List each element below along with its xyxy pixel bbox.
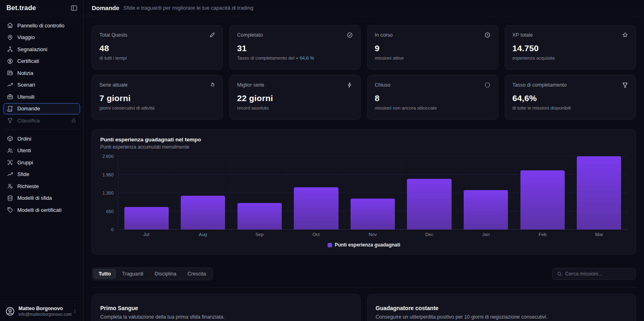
bar-slot-oct [288, 156, 345, 230]
sidebar-item-label: Sfide [17, 171, 29, 177]
tab-crescita[interactable]: Crescita [182, 269, 211, 279]
search-input[interactable] [565, 271, 632, 277]
y-tick-label: 650 [106, 209, 114, 214]
sidebar-item-certificati[interactable]: Certificati [3, 56, 80, 67]
x-tick-label: Sep [231, 232, 288, 237]
user-more-button[interactable] [71, 308, 78, 315]
map-pin-icon [7, 34, 13, 41]
sidebar-item-sfide[interactable]: Sfide [3, 169, 80, 180]
stat-caption: di tutte le missioni disponibili [512, 106, 628, 110]
stat-value: 9 [375, 43, 491, 53]
bar-mar [577, 156, 621, 230]
xp-chart-card: Punti esperienza guadagnati nel tempo Pu… [92, 129, 636, 255]
user-menu[interactable]: Matteo Borgonovo info@matteoborgonovo.co… [0, 301, 83, 321]
check-circle-icon [347, 32, 353, 38]
chart-legend: Punti esperienza guadagnati [100, 242, 627, 248]
chart-title: Punti esperienza guadagnati nel tempo [100, 137, 627, 143]
stat-card-header: Tasso di completamento [512, 82, 628, 88]
bar-nov [351, 199, 395, 230]
y-tick-label: 1.300 [102, 191, 114, 195]
x-tick-label: Feb [514, 232, 571, 237]
bar-sep [237, 203, 282, 230]
sidebar-item-pannello-di-controllo[interactable]: Pannello di controllo [3, 20, 80, 31]
bar-slot-feb [514, 156, 571, 230]
sidebar-item-richieste[interactable]: Richieste [3, 180, 80, 192]
sidebar-item-modelli-di-certificati[interactable]: Modelli di certificati [3, 204, 80, 215]
stat-caption: record assoluto [237, 106, 353, 110]
stat-card-header: Total Quests [99, 32, 215, 38]
sidebar-item-label: Certificati [17, 58, 39, 64]
x-tick-label: Mar [571, 232, 627, 237]
user-email: info@matteoborgonovo.com [19, 312, 68, 317]
sidebar-item-label: Notizia [17, 70, 33, 76]
tab-tutto[interactable]: Tutto [93, 269, 116, 279]
quest-title: Guadagnatore costante [376, 305, 627, 311]
search-missions-input[interactable] [552, 268, 636, 280]
stat-card-header: Miglior serie [237, 82, 353, 88]
sidebar-item-classifica[interactable]: Classifica [3, 115, 80, 126]
quest-card-primo-sangue[interactable]: Primo SangueCompleta la valutazione dell… [92, 294, 361, 321]
stat-card-header: Serie attuale [99, 82, 215, 88]
quest-description: Completa la valutazione della tua prima … [100, 314, 352, 320]
sidebar-item-viaggio[interactable]: Viaggio [3, 32, 80, 43]
stat-label: Total Quests [99, 32, 127, 38]
stat-caption: missioni attive [375, 56, 491, 60]
sidebar-item-scenari[interactable]: Scenari [3, 79, 80, 91]
x-tick-label: Aug [175, 232, 231, 237]
clock-icon [484, 32, 491, 38]
chart-plot [118, 156, 627, 230]
stat-value: 8 [375, 93, 491, 103]
stat-value: 31 [237, 43, 353, 53]
stat-label: Miglior serie [237, 82, 264, 88]
bar-slot-mar [571, 156, 628, 230]
trend-up-icon [7, 171, 13, 178]
sidebar-item-ordini[interactable]: Ordini [3, 133, 80, 144]
stat-card-header: Chiuso [375, 82, 491, 88]
sidebar-item-domande[interactable]: Domande [3, 103, 80, 114]
stat-label: In corso [375, 32, 392, 38]
stat-card-miglior-serie: Miglior serie22 giornirecord assoluto [229, 75, 361, 120]
bar-chart: 06501.3001.9502.600 JulAugSepOctNovDecJa… [100, 156, 627, 237]
bar-slot-nov [345, 156, 401, 230]
sidebar-divider [4, 129, 79, 130]
sidebar-item-label: Richieste [17, 183, 39, 189]
bar-slot-dec [401, 156, 458, 230]
bar-jul [124, 207, 169, 230]
tab-disciplina[interactable]: Disciplina [149, 269, 182, 279]
sidebar-item-segnalazioni[interactable]: Segnalazioni [3, 43, 80, 55]
bar-slot-aug [175, 156, 232, 230]
x-tick-label: Oct [288, 232, 345, 237]
quest-card-guadagnatore-costante[interactable]: Guadagnatore costanteConseguire un utile… [367, 294, 636, 321]
sidebar-item-utensili[interactable]: Utensili [3, 91, 80, 102]
sidebar-item-label: Pannello di controllo [17, 23, 64, 29]
stat-value: 48 [99, 43, 215, 53]
sidebar-item-modelli-di-sfida[interactable]: Modelli di sfida [3, 193, 80, 204]
search-icon [557, 271, 562, 277]
quest-section: Primo SangueCompleta la valutazione dell… [92, 288, 636, 321]
content: Total Quests48di tutti i tempiCompletato… [84, 16, 644, 321]
sidebar-item-notizia[interactable]: Notizia [3, 67, 80, 79]
tab-traguardi[interactable]: Traguardi [117, 269, 149, 279]
sidebar-nav: Pannello di controlloViaggioSegnalazioni… [0, 16, 83, 301]
sidebar-item-gruppi[interactable]: Gruppi [3, 157, 80, 168]
sidebar-item-label: Domande [17, 106, 40, 112]
stat-caption: Tasso di completamento del + 64,6 % [237, 56, 353, 60]
stats-grid: Total Quests48di tutti i tempiCompletato… [92, 25, 636, 120]
app-logo: Bet.trade [6, 4, 36, 12]
bar-dec [407, 179, 451, 230]
app-window: Bet.trade Pannello di controlloViaggioSe… [0, 0, 644, 321]
stat-card-in-corso: In corso9missioni attive [367, 25, 498, 70]
sidebar-item-label: Classifica [17, 118, 40, 124]
trophy-icon [622, 82, 628, 88]
bar-slot-jan [458, 156, 514, 230]
stat-card-chiuso: Chiuso8missioni non ancora sbloccate [367, 75, 498, 120]
y-tick-label: 0 [111, 227, 114, 232]
page-subtitle: Sfide e traguardi per migliorare le tue … [123, 5, 253, 11]
sidebar-toggle-button[interactable] [70, 4, 78, 12]
sidebar: Bet.trade Pannello di controlloViaggioSe… [0, 0, 84, 321]
bar-aug [181, 196, 225, 230]
stat-caption-accent: + 64,6 % [295, 56, 314, 60]
sidebar-item-utenti[interactable]: Utenti [3, 145, 80, 156]
star-icon [622, 32, 628, 38]
sidebar-header: Bet.trade [0, 0, 83, 16]
